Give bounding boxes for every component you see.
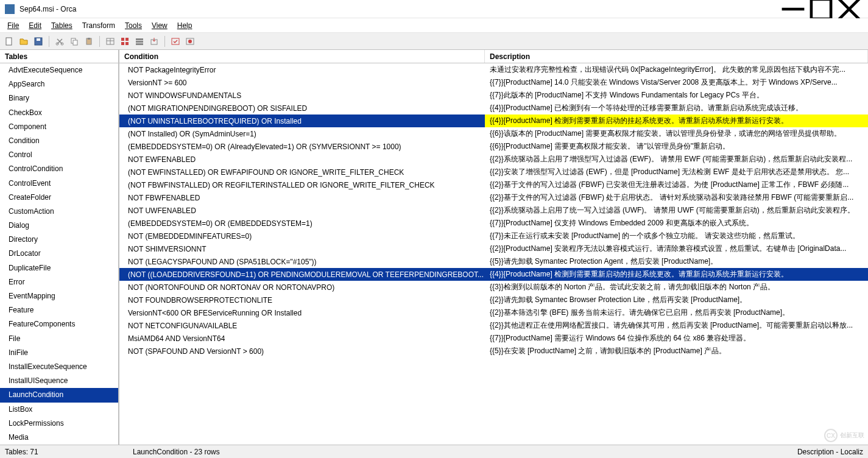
table-item[interactable]: FeatureComponents — [0, 317, 118, 331]
table-item[interactable]: Dialog — [0, 219, 118, 233]
cell-condition[interactable]: NOT NETCONFIGUNAVAILABLE — [119, 319, 485, 332]
cell-condition[interactable]: NOT PackageIntegrityError — [119, 63, 485, 76]
tables-header[interactable]: Tables — [0, 50, 118, 63]
table-row[interactable]: (NOT MIGRATIONPENDINGREBOOT) OR SISFAILE… — [119, 102, 868, 114]
cell-description[interactable]: {{7}}[ProductName] 需要运行 Windows 64 位操作系统… — [485, 332, 868, 345]
table-row[interactable]: NOT NETCONFIGUNAVAILABLE{{2}}其他进程正在使用网络配… — [119, 319, 868, 332]
table-item[interactable]: LockPermissions — [0, 417, 118, 431]
import-button[interactable] — [147, 35, 161, 48]
maximize-button[interactable] — [807, 0, 835, 18]
table-row[interactable]: (NOT EWFINSTALLED) OR EWFAPIFOUND OR IGN… — [119, 166, 868, 178]
table-item[interactable]: Media — [0, 431, 118, 445]
table-item[interactable]: AdvtExecuteSequence — [0, 63, 118, 77]
table-item[interactable]: InstallExecuteSequence — [0, 360, 118, 374]
table-item[interactable]: File — [0, 332, 118, 346]
column-condition[interactable]: Condition — [119, 50, 485, 63]
cell-condition[interactable]: VersionNT<600 OR BFEServiceRunning OR In… — [119, 306, 485, 319]
new-button[interactable] — [2, 35, 16, 48]
cell-description[interactable]: {{2}}安装了增强型写入过滤器 (EWF)，但是 [ProductName] … — [485, 166, 868, 178]
cell-condition[interactable]: NOT (EMBEDDEDMINFEATURES=0) — [119, 230, 485, 242]
table-row[interactable]: (EMBEDDEDSYSTEM=0) OR (AlreadyElevated=1… — [119, 140, 868, 153]
table-row[interactable]: NOT PackageIntegrityError未通过安装程序完整性检查，出现… — [119, 63, 868, 76]
cell-condition[interactable]: (EMBEDDEDSYSTEM=0) OR (AlreadyElevated=1… — [119, 140, 485, 153]
cell-condition[interactable]: NOT (SPAFOUND AND VersionNT > 600) — [119, 345, 485, 358]
table-row[interactable]: NOT SHIMVERSIONNT{{2}}[ProductName] 安装程序… — [119, 242, 868, 255]
table-item[interactable]: Binary — [0, 91, 118, 105]
menu-view[interactable]: View — [147, 20, 172, 31]
cut-button[interactable] — [53, 35, 66, 48]
validate-button[interactable] — [169, 35, 182, 48]
cell-description[interactable]: {{7}}[ProductName] 14.0 只能安装在 Windows Vi… — [485, 76, 868, 89]
table-row[interactable]: NOT (SPAFOUND AND VersionNT > 600){{5}}在… — [119, 345, 868, 358]
table-item[interactable]: InstallUISequence — [0, 374, 118, 388]
table-row[interactable]: (NOT ((LOADEDDRIVERSFOUND=11) OR PENDING… — [119, 268, 868, 281]
table-row[interactable]: (NOT Installed) OR (SymAdminUser=1){{6}}… — [119, 127, 868, 140]
table-item[interactable]: ListBox — [0, 403, 118, 417]
table-row[interactable]: NOT WINDOWSFUNDAMENTALS{{7}}此版本的 [Produc… — [119, 89, 868, 102]
table-item[interactable]: Error — [0, 275, 118, 289]
cell-description[interactable]: {{5}}请先卸载 Symantec Protection Agent，然后安装… — [485, 255, 868, 268]
cell-condition[interactable]: NOT FBWFENABLED — [119, 191, 485, 204]
minimize-button[interactable] — [779, 0, 807, 18]
table-row[interactable]: NOT FOUNDBROWSERPROTECTIONLITE{{2}}请先卸载 … — [119, 294, 868, 306]
menu-file[interactable]: File — [2, 20, 24, 31]
cell-description[interactable]: {{2}}基本筛选引擎 (BFE) 服务当前未运行。请先确保它已启用，然后再安装… — [485, 306, 868, 319]
cell-description[interactable]: {{4}}[ProductName] 检测到需要重新启动的挂起系统更改。请重新启… — [485, 114, 868, 127]
table-item[interactable]: AppSearch — [0, 77, 118, 91]
table-row[interactable]: (EMBEDDEDSYSTEM=0) OR (EMBEDDEDSYSTEM=1)… — [119, 217, 868, 230]
table-row[interactable]: NOT (NORTONFOUND OR NORTONAV OR NORTONAV… — [119, 281, 868, 294]
cell-condition[interactable]: NOT FOUNDBROWSERPROTECTIONLITE — [119, 294, 485, 306]
save-button[interactable] — [32, 35, 45, 48]
cell-condition[interactable]: (EMBEDDEDSYSTEM=0) OR (EMBEDDEDSYSTEM=1) — [119, 217, 485, 230]
copy-button[interactable] — [68, 35, 81, 48]
table-row[interactable]: (NOT FBWFINSTALLED) OR REGFILTERINSTALLE… — [119, 178, 868, 191]
table-row[interactable]: NOT EWFENABLED{{2}}系统驱动器上启用了增强型写入过滤器 (EW… — [119, 153, 868, 166]
cell-description[interactable]: {{7}}此版本的 [ProductName] 不支持 Windows Fund… — [485, 89, 868, 102]
cell-condition[interactable]: (NOT ((LOADEDDRIVERSFOUND=11) OR PENDING… — [119, 268, 485, 281]
cell-description[interactable]: {{6}}[ProductName] 需要更高权限才能安装。 请"以管理员身份"… — [485, 140, 868, 153]
table-row[interactable]: NOT UWFENABLED{{2}}系统驱动器上启用了统一写入过滤器 (UWF… — [119, 204, 868, 217]
cell-condition[interactable]: (NOT FBWFINSTALLED) OR REGFILTERINSTALLE… — [119, 178, 485, 191]
close-button[interactable] — [835, 0, 863, 18]
table-item[interactable]: ControlCondition — [0, 162, 118, 176]
cell-description[interactable]: {{4}}[ProductName] 已检测到有一个等待处理的迁移需要重新启动。… — [485, 102, 868, 114]
table-item[interactable]: IniFile — [0, 346, 118, 360]
cell-description[interactable]: {{7}}未正在运行或未安装 [ProductName] 的一个或多个独立功能。… — [485, 230, 868, 242]
table-item[interactable]: CustomAction — [0, 205, 118, 219]
table-row[interactable]: VersionNT<600 OR BFEServiceRunning OR In… — [119, 306, 868, 319]
cell-condition[interactable]: (NOT EWFINSTALLED) OR EWFAPIFOUND OR IGN… — [119, 166, 485, 178]
tables-button[interactable] — [104, 35, 117, 48]
table-row[interactable]: (NOT UNINSTALLREBOOTREQUIRED) OR Install… — [119, 114, 868, 127]
paste-button[interactable] — [82, 35, 96, 48]
table-item[interactable]: LaunchCondition — [0, 388, 118, 402]
rows-button[interactable] — [133, 35, 146, 48]
cell-description[interactable]: {{2}}[ProductName] 安装程序无法以兼容模式运行。请清除兼容模式… — [485, 242, 868, 255]
table-row[interactable]: MsiAMD64 AND VersionNT64{{7}}[ProductNam… — [119, 332, 868, 345]
grid-button[interactable] — [118, 35, 132, 48]
cell-description[interactable]: {{3}}检测到以前版本的 Norton 产品。尝试此安装之前，请先卸载旧版本的… — [485, 281, 868, 294]
cell-condition[interactable]: NOT UWFENABLED — [119, 204, 485, 217]
cell-condition[interactable]: NOT EWFENABLED — [119, 153, 485, 166]
cell-description[interactable]: {{6}}该版本的 [ProductName] 需要更高权限才能安装。请以管理员… — [485, 127, 868, 140]
table-row[interactable]: NOT (LEGACYSPAFOUND AND (SPA51BLOCK="#10… — [119, 255, 868, 268]
cell-condition[interactable]: (NOT UNINSTALLREBOOTREQUIRED) OR Install… — [119, 114, 485, 127]
menu-tools[interactable]: Tools — [120, 20, 147, 31]
table-row[interactable]: NOT FBWFENABLED{{2}}基于文件的写入过滤器 (FBWF) 处于… — [119, 191, 868, 204]
cell-description[interactable]: {{2}}其他进程正在使用网络配置接口。请先确保其可用，然后再安装 [Produ… — [485, 319, 868, 332]
cell-description[interactable]: {{2}}系统驱动器上启用了统一写入过滤器 (UWF)。 请禁用 UWF (可能… — [485, 204, 868, 217]
table-item[interactable]: CreateFolder — [0, 191, 118, 205]
table-item[interactable]: Condition — [0, 134, 118, 148]
cell-condition[interactable]: NOT WINDOWSFUNDAMENTALS — [119, 89, 485, 102]
cell-condition[interactable]: NOT (NORTONFOUND OR NORTONAV OR NORTONAV… — [119, 281, 485, 294]
cell-description[interactable]: {{4}}[ProductName] 检测到需要重新启动的挂起系统更改。请重新启… — [485, 268, 868, 281]
table-item[interactable]: Control — [0, 148, 118, 162]
cell-condition[interactable]: VersionNT >= 600 — [119, 76, 485, 89]
cell-description[interactable]: {{5}}在安装 [ProductName] 之前，请卸载旧版本的 [Produ… — [485, 345, 868, 358]
table-row[interactable]: NOT (EMBEDDEDMINFEATURES=0){{7}}未正在运行或未安… — [119, 230, 868, 242]
menu-help[interactable]: Help — [172, 20, 197, 31]
errors-button[interactable] — [183, 35, 197, 48]
cell-description[interactable]: 未通过安装程序完整性检查，出现错误代码 0x[PackageIntegrityE… — [485, 63, 868, 76]
table-item[interactable]: DuplicateFile — [0, 261, 118, 275]
cell-condition[interactable]: NOT (LEGACYSPAFOUND AND (SPA51BLOCK="#10… — [119, 255, 485, 268]
cell-condition[interactable]: NOT SHIMVERSIONNT — [119, 242, 485, 255]
